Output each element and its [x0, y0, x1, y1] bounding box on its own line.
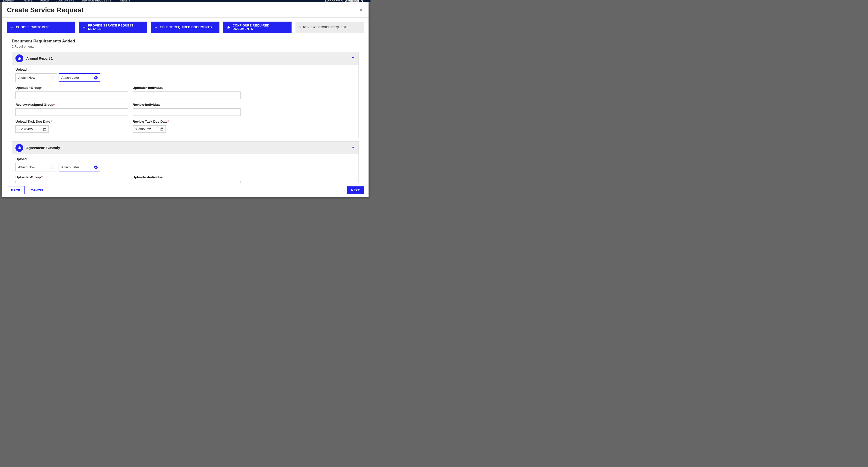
attach-later-radio[interactable]: Attach Later — [59, 163, 100, 172]
attach-now-radio[interactable]: Attach Now — [16, 163, 57, 172]
caret-down-icon: ▾ — [362, 0, 363, 2]
uploader-individual-input[interactable] — [133, 181, 241, 183]
upload-mode-radio-group: Attach Now Attach Later — [16, 73, 355, 82]
app-logo: appian — [3, 0, 14, 2]
calendar-icon[interactable] — [158, 125, 166, 133]
radio-icon — [51, 76, 55, 80]
step-label: CONFIGURE REQUIRED DOCUMENTS — [233, 24, 288, 31]
step-label: REVIEW SERVICE REQUEST — [303, 26, 347, 29]
check-icon — [10, 26, 13, 29]
nav-tasks[interactable]: TASKS — [39, 0, 49, 2]
doc-card-annual-report: Annual Report 1 Upload Attach Now — [12, 52, 359, 138]
app-topbar: appian HOME TASKS CUSTOMERS SERVICE REQU… — [0, 0, 371, 2]
required-star-icon: * — [51, 120, 52, 123]
section-subtitle: 2 Requirements — [12, 44, 359, 48]
radio-label: Attach Now — [18, 76, 35, 80]
top-right-menu[interactable]: Connected Servicing ▾ — [325, 0, 363, 2]
required-star-icon: * — [54, 103, 55, 106]
step-choose-customer[interactable]: CHOOSE CUSTOMER — [7, 22, 75, 33]
upload-due-label: Upload Task Due Date* — [16, 120, 128, 123]
nav-trends[interactable]: TRENDS — [118, 0, 130, 2]
attach-now-radio[interactable]: Attach Now — [16, 73, 57, 82]
thumbs-up-icon — [16, 144, 23, 152]
create-service-request-modal: Create Service Request × CHOOSE CUSTOMER… — [2, 2, 369, 197]
uploader-group-input[interactable] — [16, 92, 128, 99]
section-area: Document Requirements Added 2 Requiremen… — [7, 39, 364, 183]
radio-label: Attach Later — [61, 165, 79, 169]
step-review-request[interactable]: 5 REVIEW SERVICE REQUEST — [296, 22, 364, 33]
modal-header: Create Service Request × — [2, 2, 369, 18]
modal-title: Create Service Request — [7, 6, 84, 14]
upload-due-date-group — [16, 125, 49, 133]
nav-customers[interactable]: CUSTOMERS — [56, 0, 74, 2]
chevron-down-icon[interactable] — [351, 146, 355, 150]
doc-title: Annual Report 1 — [26, 56, 53, 60]
nav-home[interactable]: HOME — [24, 0, 33, 2]
step-label: PROVIDE SERVICE REQUEST DETAILS — [88, 24, 144, 31]
top-right-label: Connected Servicing — [325, 0, 359, 2]
doc-body: Upload Attach Now Attach Later — [12, 154, 359, 183]
doc-header[interactable]: Annual Report 1 — [12, 52, 359, 65]
uploader-group-label: Uploader-Group* — [16, 175, 128, 179]
review-individual-label: Review-Individual — [133, 103, 241, 106]
step-label: CHOOSE CUSTOMER — [16, 26, 49, 29]
step-number: 5 — [299, 26, 301, 29]
back-button[interactable]: BACK — [7, 186, 25, 194]
step-configure-docs[interactable]: CONFIGURE REQUIRED DOCUMENTS — [223, 22, 291, 33]
step-label: SELECT REQUIRED DOCUMENTS — [160, 26, 212, 29]
upload-label: Upload — [16, 157, 355, 161]
required-star-icon: * — [41, 86, 43, 90]
radio-icon — [94, 76, 98, 80]
uploader-group-label: Uploader-Group* — [16, 86, 128, 90]
modal-body: CHOOSE CUSTOMER PROVIDE SERVICE REQUEST … — [2, 18, 369, 183]
radio-icon — [94, 165, 98, 169]
review-individual-input[interactable] — [133, 108, 241, 116]
next-button[interactable]: NEXT — [347, 186, 364, 194]
uploader-individual-label: Uploader-Individual — [133, 86, 241, 90]
upload-label: Upload — [16, 68, 355, 71]
check-icon — [83, 26, 86, 29]
close-icon[interactable]: × — [358, 6, 364, 14]
doc-title: Agreement: Custody 1 — [26, 146, 63, 150]
review-due-date-group — [133, 125, 166, 133]
review-due-label: Review Task Due Date* — [133, 120, 241, 123]
thumbs-up-icon — [16, 55, 23, 62]
cancel-button[interactable]: CANCEL — [27, 186, 48, 194]
doc-header[interactable]: Agreement: Custody 1 — [12, 142, 359, 154]
thumbs-up-icon — [227, 26, 230, 29]
wizard-steps: CHOOSE CUSTOMER PROVIDE SERVICE REQUEST … — [7, 22, 364, 33]
required-star-icon: * — [168, 120, 169, 123]
doc-card-agreement-custody: Agreement: Custody 1 Upload Attach Now — [12, 141, 359, 183]
radio-label: Attach Later — [61, 76, 79, 80]
modal-footer: BACK CANCEL NEXT — [2, 183, 369, 197]
chevron-down-icon[interactable] — [351, 56, 355, 61]
check-icon — [154, 26, 158, 29]
uploader-group-input[interactable] — [16, 181, 128, 183]
radio-label: Attach Now — [18, 165, 35, 169]
review-due-date-input[interactable] — [133, 125, 158, 133]
section-title: Document Requirements Added — [12, 39, 359, 44]
uploader-individual-input[interactable] — [133, 92, 241, 99]
review-group-input[interactable] — [16, 108, 128, 116]
required-star-icon: * — [41, 175, 43, 179]
step-select-docs[interactable]: SELECT REQUIRED DOCUMENTS — [151, 22, 219, 33]
radio-icon — [51, 165, 55, 169]
review-group-label: Review-Assigned Group* — [16, 103, 128, 106]
calendar-icon[interactable] — [41, 125, 49, 133]
uploader-individual-label: Uploader-Individual — [133, 175, 241, 179]
step-provide-details[interactable]: PROVIDE SERVICE REQUEST DETAILS — [79, 22, 147, 33]
nav-service-requests[interactable]: SERVICE REQUESTS — [82, 0, 111, 2]
attach-later-radio[interactable]: Attach Later — [59, 73, 100, 82]
doc-body: Upload Attach Now Attach Later — [12, 65, 359, 138]
upload-due-date-input[interactable] — [16, 125, 41, 133]
upload-mode-radio-group: Attach Now Attach Later — [16, 163, 355, 172]
